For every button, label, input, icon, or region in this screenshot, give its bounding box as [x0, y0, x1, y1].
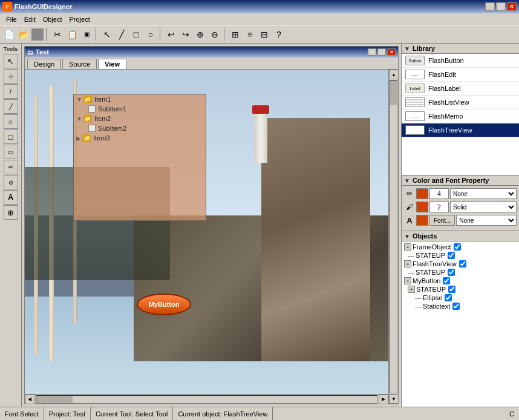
expand-mybutton[interactable]: +: [404, 277, 411, 284]
check-stateup-1[interactable]: [448, 252, 455, 259]
text-prop-icon: A: [404, 215, 415, 226]
scroll-right-btn[interactable]: ▶: [379, 395, 388, 404]
tb-redo[interactable]: ↪: [179, 28, 192, 41]
tb-grid[interactable]: ⊞: [229, 28, 242, 41]
font-button[interactable]: Font...: [429, 215, 455, 226]
check-ellipse[interactable]: [445, 294, 452, 301]
inner-maximize[interactable]: □: [377, 48, 386, 56]
obj-mybutton[interactable]: + MyButton: [403, 277, 518, 285]
prop-select-2[interactable]: None Solid Dashed: [450, 202, 517, 212]
scroll-left-btn[interactable]: ◀: [25, 395, 34, 404]
new-button[interactable]: 📄: [2, 28, 16, 41]
inner-close[interactable]: ✕: [387, 48, 396, 56]
obj-frameobject[interactable]: + FrameObject: [403, 243, 518, 251]
lib-item-flashmemo[interactable]: —— FlashMemo: [402, 110, 519, 123]
paint-tool[interactable]: ✏: [4, 160, 18, 174]
text-tool[interactable]: A: [4, 190, 18, 205]
menu-project[interactable]: Project: [66, 15, 94, 24]
prop-select-3[interactable]: None Bold Italic: [456, 215, 517, 226]
prop-select-1[interactable]: None Solid Dashed: [450, 188, 517, 199]
tb-help[interactable]: ?: [272, 28, 286, 41]
mybutton-oval[interactable]: MyButton: [137, 294, 191, 315]
obj-statictext[interactable]: — Statictext: [403, 302, 518, 310]
color-swatch-3[interactable]: [416, 215, 428, 226]
minimize-button[interactable]: ─: [485, 2, 495, 11]
scroll-down-btn[interactable]: ▼: [389, 394, 398, 404]
copy-button[interactable]: 📋: [65, 28, 79, 41]
tree-label-1: SubItem1: [98, 105, 126, 113]
folder-icon-0: 📁: [83, 96, 92, 103]
menu-edit[interactable]: Edit: [21, 15, 39, 24]
lib-item-flashtreeview[interactable]: ⊞ FlashTreeView: [402, 123, 519, 137]
pencil-tool[interactable]: /: [4, 84, 18, 99]
open-button[interactable]: 📂: [17, 28, 30, 41]
obj-flashtreeview[interactable]: + FlashTreeView: [403, 260, 518, 268]
tools-label: Tools: [2, 45, 19, 53]
save-button[interactable]: [31, 28, 44, 41]
lib-item-flashlabel[interactable]: Label FlashLabel: [402, 82, 519, 96]
check-flashtreeview[interactable]: [459, 260, 466, 267]
zoom-tool[interactable]: ⊕: [4, 205, 18, 220]
lib-item-flashbutton[interactable]: Button FlashButton: [402, 54, 519, 68]
tb-rect[interactable]: □: [129, 28, 143, 41]
tree-item-2[interactable]: ▼ 📁 Item2: [74, 114, 206, 123]
color-swatch-2[interactable]: [416, 202, 428, 212]
close-button[interactable]: ✕: [507, 2, 517, 11]
menu-file[interactable]: File: [2, 15, 21, 24]
h-scroll-thumb[interactable]: [36, 396, 73, 403]
treeview-overlay[interactable]: ▼ 📁 Item1 SubItem1 ▼ 📁 It: [73, 94, 206, 221]
tb-arrow[interactable]: ↖: [100, 28, 114, 41]
status-current-object: Current object: FlashTreeView: [173, 407, 273, 420]
check-stateup-2[interactable]: [448, 269, 455, 276]
check-frameobject[interactable]: [454, 243, 461, 251]
tree-item-1[interactable]: SubItem1: [74, 104, 206, 114]
vertical-scrollbar[interactable]: ▲ ▼: [388, 70, 398, 404]
arrow-tool[interactable]: ↖: [4, 54, 18, 68]
tb-zoom-out[interactable]: ⊖: [208, 28, 221, 41]
dash-statictext: —: [415, 303, 422, 310]
tree-item-0[interactable]: ▼ 📁 Item1: [74, 94, 206, 104]
tb-align[interactable]: ≡: [243, 28, 256, 41]
color-swatch-1[interactable]: [416, 188, 428, 199]
inner-minimize[interactable]: ─: [368, 48, 376, 56]
v-scroll-thumb[interactable]: [390, 80, 397, 105]
horizontal-scrollbar[interactable]: ◀ ▶: [25, 394, 388, 404]
eraser-tool[interactable]: ▭: [4, 145, 18, 159]
lib-item-flashedit[interactable]: —— FlashEdit: [402, 68, 519, 82]
obj-stateup-1[interactable]: — STATEUP: [403, 251, 518, 260]
selection-tool[interactable]: ⊹: [4, 69, 18, 84]
check-stateup-3[interactable]: [448, 286, 455, 293]
tb-undo[interactable]: ↩: [165, 28, 178, 41]
canvas-background[interactable]: ▼ 📁 Item1 SubItem1 ▼ 📁 It: [25, 70, 388, 394]
tree-item-3[interactable]: SubItem2: [74, 123, 206, 133]
tab-view[interactable]: View: [98, 59, 126, 69]
maximize-button[interactable]: □: [496, 2, 506, 11]
tab-source[interactable]: Source: [62, 59, 97, 69]
expand-frameobject[interactable]: +: [404, 243, 411, 251]
paste-button[interactable]: ▣: [80, 28, 93, 41]
check-mybutton[interactable]: [443, 277, 450, 284]
line-tool[interactable]: ╱: [4, 99, 18, 114]
tb-oval[interactable]: ○: [144, 28, 157, 41]
prop-value-2[interactable]: [429, 202, 449, 212]
tb-line[interactable]: ╱: [115, 28, 128, 41]
tb-zoom-in[interactable]: ⊕: [194, 28, 207, 41]
oval-tool[interactable]: ○: [4, 114, 18, 129]
expand-stateup-3[interactable]: +: [408, 286, 415, 293]
scroll-up-btn[interactable]: ▲: [389, 70, 398, 79]
cut-button[interactable]: ✂: [51, 28, 64, 41]
expand-flashtreeview[interactable]: +: [404, 260, 411, 267]
check-statictext[interactable]: [452, 303, 460, 310]
lib-item-flashlistview[interactable]: FlashListView: [402, 96, 519, 110]
tree-item-4[interactable]: ▶ 📁 Item3: [74, 133, 206, 143]
prop-value-1[interactable]: [429, 188, 449, 199]
obj-stateup-3[interactable]: + STATEUP: [403, 285, 518, 294]
obj-ellipse[interactable]: — Ellipse: [403, 294, 518, 302]
library-header: ▼ Library: [402, 44, 519, 54]
tb-distribute[interactable]: ⊟: [258, 28, 271, 41]
eyedropper-tool[interactable]: ⊘: [4, 175, 18, 189]
obj-stateup-2[interactable]: — STATEUP: [403, 268, 518, 277]
tab-design[interactable]: Design: [27, 59, 61, 69]
rectangle-tool[interactable]: □: [4, 130, 18, 144]
menu-object[interactable]: Object: [39, 15, 66, 24]
